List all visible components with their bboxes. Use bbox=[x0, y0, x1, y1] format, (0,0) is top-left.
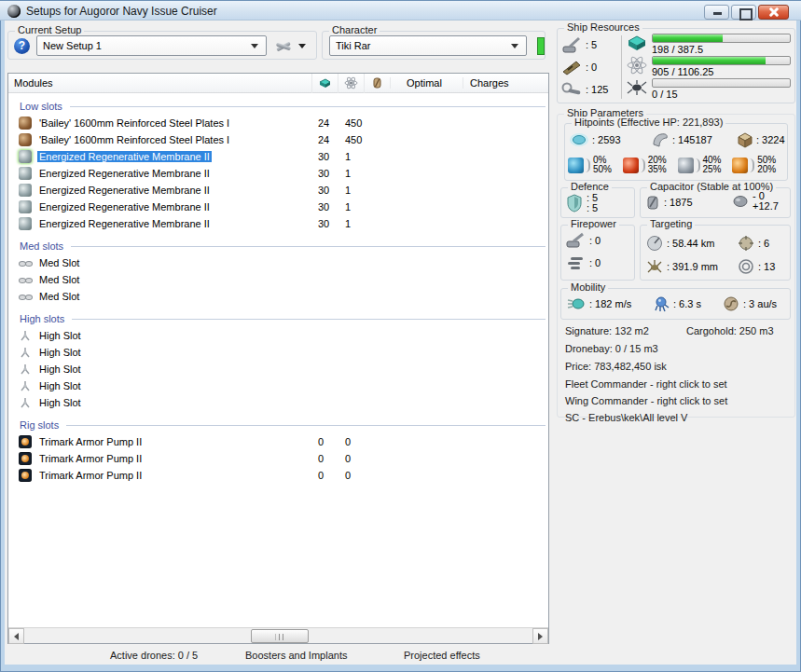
high-slot-icon bbox=[19, 346, 32, 359]
scroll-left-arrow[interactable] bbox=[8, 628, 24, 644]
med-slot-icon bbox=[19, 256, 32, 269]
turret-icon bbox=[561, 35, 582, 54]
module-row[interactable]: 'Bailey' 1600mm Reinforced Steel Plates … bbox=[8, 115, 548, 131]
turret-slots-stat: : 5 bbox=[561, 34, 617, 56]
max-targets-value: : 6 bbox=[758, 238, 769, 249]
section-title: Low slots bbox=[20, 101, 62, 112]
chevron-down-icon bbox=[511, 44, 518, 48]
missile-icon bbox=[565, 255, 586, 270]
kinetic-resist-armor: 25% bbox=[703, 165, 722, 174]
membrane-icon bbox=[19, 217, 32, 230]
kinetic-resist-icon bbox=[678, 158, 694, 173]
character-label: Character bbox=[329, 24, 380, 35]
cargohold-value: Cargohold: 250 m3 bbox=[686, 325, 774, 336]
turret-slots-value: : 5 bbox=[586, 39, 597, 50]
cpu-bar-fill bbox=[653, 34, 723, 42]
capacitor-column-icon[interactable] bbox=[364, 74, 390, 93]
calibration-stat: : 125 bbox=[561, 78, 617, 101]
module-row[interactable]: Energized Regenerative Membrane II301 bbox=[8, 215, 548, 232]
section-rig-slots: Rig slots Trimark Armor Pump II00 Trimar… bbox=[8, 417, 548, 484]
module-row-empty[interactable]: Med Slot bbox=[8, 288, 548, 305]
fleet-commander-setting[interactable]: Fleet Commander - right click to set bbox=[565, 378, 727, 390]
module-row-empty[interactable]: High Slot bbox=[8, 327, 548, 344]
armor-plate-icon bbox=[19, 117, 32, 130]
med-slot-icon bbox=[19, 273, 32, 286]
optimal-column-header[interactable]: Optimal bbox=[390, 77, 463, 89]
rig-icon bbox=[19, 452, 32, 465]
character-combobox[interactable]: Tiki Rar bbox=[329, 35, 527, 56]
module-row[interactable]: Energized Regenerative Membrane II301 bbox=[8, 182, 548, 199]
right-triangle-icon bbox=[538, 633, 543, 640]
capacitor-delta-stat: - 0+12.7 bbox=[732, 191, 779, 212]
character-skill-status-bar bbox=[537, 37, 545, 55]
wing-commander-setting[interactable]: Wing Commander - right click to set bbox=[565, 395, 727, 406]
module-row[interactable]: Trimark Armor Pump II00 bbox=[8, 433, 548, 450]
hitpoints-values: : 2593 : 145187 : 3224 bbox=[569, 131, 785, 148]
scrollbar-thumb[interactable] bbox=[251, 629, 309, 643]
module-row[interactable]: Trimark Armor Pump II00 bbox=[8, 467, 548, 484]
module-cpu-value: 30 bbox=[318, 218, 345, 229]
setup-tools-button[interactable] bbox=[274, 38, 306, 53]
powergrid-column-icon[interactable] bbox=[338, 74, 364, 93]
scan-resolution-value: : 391.9 mm bbox=[667, 261, 718, 272]
maximize-button[interactable] bbox=[731, 5, 756, 20]
kinetic-resist-stat: 40%25% bbox=[678, 156, 733, 174]
dronebay-bar bbox=[652, 78, 791, 88]
section-header: High slots bbox=[8, 310, 548, 327]
module-row-empty[interactable]: High Slot bbox=[8, 344, 548, 361]
boosters-implants-panel[interactable]: Boosters and Implants bbox=[245, 650, 347, 661]
membrane-icon bbox=[19, 167, 32, 180]
module-name: High Slot bbox=[37, 363, 83, 375]
help-icon[interactable]: ? bbox=[14, 38, 30, 54]
module-row-empty[interactable]: High Slot bbox=[8, 394, 548, 411]
module-row[interactable]: 'Bailey' 1600mm Reinforced Steel Plates … bbox=[8, 131, 548, 148]
hitpoints-title: Hitpoints (Effective HP: 221,893) bbox=[572, 117, 725, 128]
capacitor-recharge-icon bbox=[732, 194, 749, 209]
turret-dps-icon bbox=[565, 232, 586, 249]
armor-plate-icon bbox=[19, 133, 32, 146]
module-name: High Slot bbox=[37, 397, 83, 408]
section-title: Rig slots bbox=[20, 419, 59, 431]
module-cpu-value: 0 bbox=[318, 470, 345, 481]
powergrid-icon bbox=[626, 56, 648, 75]
resources-column: 198 / 387.5 905 / 1106.25 0 / 15 bbox=[626, 34, 791, 101]
section-rule bbox=[66, 425, 546, 426]
active-drones-panel[interactable]: Active drones: 0 / 5 bbox=[110, 650, 198, 661]
module-row[interactable]: Trimark Armor Pump II00 bbox=[8, 450, 548, 467]
module-pg-value: 1 bbox=[345, 168, 382, 179]
section-rule bbox=[71, 246, 546, 247]
explosive-resist-armor: 20% bbox=[757, 165, 776, 174]
modules-column-header[interactable]: Modules bbox=[8, 77, 311, 89]
warp-speed-icon bbox=[723, 295, 739, 312]
module-row-empty[interactable]: Med Slot bbox=[8, 271, 548, 288]
sensor-strength-stat: : 13 bbox=[738, 254, 788, 278]
dronebay-stat: 0 / 15 bbox=[626, 78, 791, 101]
price-value: Price: 783,482,450 isk bbox=[565, 361, 667, 372]
cpu-column-icon[interactable] bbox=[311, 74, 338, 93]
module-row-empty[interactable]: High Slot bbox=[8, 377, 548, 394]
module-row-empty[interactable]: High Slot bbox=[8, 361, 548, 377]
module-row-selected[interactable]: Energized Regenerative Membrane II301 bbox=[8, 148, 548, 165]
module-pg-value: 0 bbox=[345, 453, 382, 464]
charges-column-header[interactable]: Charges bbox=[463, 77, 548, 89]
calibration-value: : 125 bbox=[586, 84, 608, 95]
module-row[interactable]: Energized Regenerative Membrane II301 bbox=[8, 199, 548, 215]
modules-header: Modules Optimal Charges bbox=[8, 74, 548, 93]
projected-effects-panel[interactable]: Projected effects bbox=[404, 650, 480, 661]
minimize-button[interactable] bbox=[704, 5, 729, 20]
scroll-right-arrow[interactable] bbox=[532, 628, 548, 644]
module-row[interactable]: Energized Regenerative Membrane II301 bbox=[8, 165, 548, 182]
module-row-empty[interactable]: Med Slot bbox=[8, 254, 548, 271]
character-group: Character Tiki Rar bbox=[322, 31, 546, 60]
close-button[interactable] bbox=[758, 5, 789, 20]
section-header: Med slots bbox=[8, 238, 548, 254]
em-resist-armor: 50% bbox=[593, 165, 612, 174]
module-name: Energized Regenerative Membrane II bbox=[37, 185, 212, 196]
resist-divider bbox=[696, 158, 700, 172]
module-cpu-value: 0 bbox=[318, 453, 345, 464]
horizontal-scrollbar[interactable] bbox=[8, 627, 548, 643]
module-cpu-value: 30 bbox=[318, 168, 345, 179]
setup-combobox[interactable]: New Setup 1 bbox=[36, 35, 267, 56]
module-pg-value: 1 bbox=[345, 185, 382, 196]
titlebar[interactable]: Setups for Augoror Navy Issue Cruiser bbox=[0, 0, 801, 21]
